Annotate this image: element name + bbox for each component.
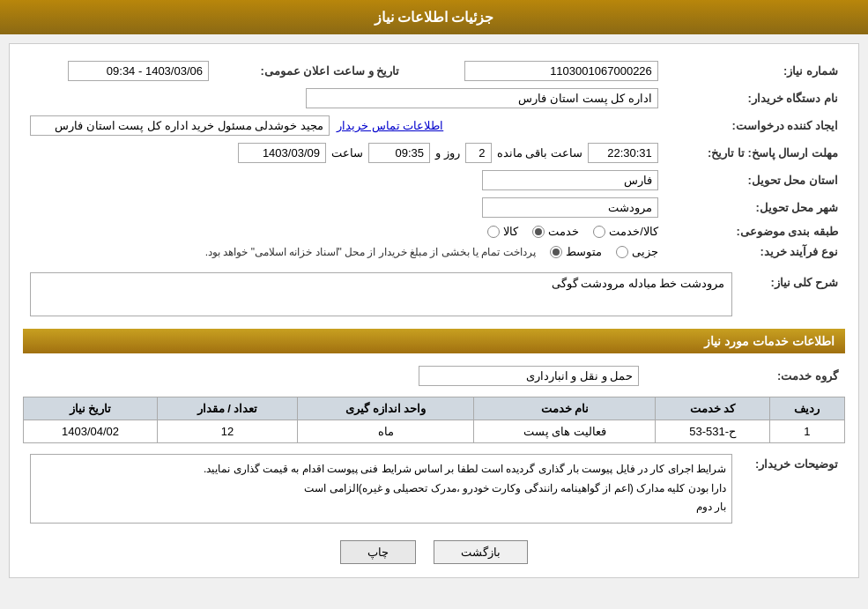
table-row: 1 ح-531-53 فعالیت های پست ماه 12 1403/04… — [24, 420, 845, 443]
response-day-value: 2 — [465, 143, 492, 163]
button-row: بازگشت چاپ — [23, 540, 845, 564]
announce-date-value: 1403/03/06 - 09:34 — [68, 61, 209, 81]
purchase-radio-jozi[interactable] — [616, 246, 628, 258]
purchase-type-motavaset-label: متوسط — [566, 245, 602, 258]
col-service-code: کد خدمت — [656, 397, 769, 420]
back-button[interactable]: بازگشت — [434, 540, 528, 564]
response-deadline-label: مهلت ارسال پاسخ: تا تاریخ: — [665, 139, 845, 167]
cell-service-name: فعالیت های پست — [474, 420, 656, 443]
services-table: ردیف کد خدمت نام خدمت واحد اندازه گیری ت… — [23, 397, 845, 443]
response-date-value: 1403/03/09 — [238, 143, 326, 163]
announce-date-label: تاریخ و ساعت اعلان عمومی: — [216, 57, 406, 85]
province-value: فارس — [482, 170, 658, 190]
col-unit: واحد اندازه گیری — [298, 397, 474, 420]
need-description-table: شرح کلی نیاز: مرودشت خط مبادله مرودشت گو… — [23, 269, 845, 320]
cell-quantity: 12 — [158, 420, 298, 443]
purchase-type-jozi-label: جزیی — [632, 245, 658, 258]
service-group-label: گروه خدمت: — [646, 362, 845, 390]
category-option-khedmat[interactable]: خدمت — [532, 225, 579, 238]
org-name-value: اداره کل پست استان فارس — [306, 88, 658, 108]
creator-label: ایجاد کننده درخواست: — [665, 112, 845, 139]
category-option-kala-khedmat[interactable]: کالا/خدمت — [593, 225, 658, 238]
need-number-label: شماره نیاز: — [665, 57, 845, 85]
creator-contact-link[interactable]: اطلاعات تماس خریدار — [337, 119, 443, 132]
category-label-kala: کالا — [503, 225, 518, 238]
basic-info-table: شماره نیاز: 1103001067000226 تاریخ و ساع… — [23, 57, 845, 262]
buyer-notes-label: توضیحات خریدار: — [739, 450, 845, 527]
page-header: جزئیات اطلاعات نیاز — [0, 0, 868, 34]
purchase-type-jozi[interactable]: جزیی — [616, 245, 658, 258]
province-label: استان محل تحویل: — [665, 167, 845, 194]
city-value: مرودشت — [482, 197, 658, 218]
cell-unit: ماه — [298, 420, 474, 443]
purchase-type-label: نوع فرآیند خرید: — [665, 241, 845, 262]
main-content: شماره نیاز: 1103001067000226 تاریخ و ساع… — [9, 43, 859, 578]
category-label-khedmat: خدمت — [548, 225, 579, 238]
service-group-value: حمل و نقل و انبارداری — [419, 366, 639, 386]
category-label-kala-khedmat: کالا/خدمت — [609, 225, 658, 238]
col-quantity: تعداد / مقدار — [158, 397, 298, 420]
col-service-name: نام خدمت — [474, 397, 656, 420]
org-name-label: نام دستگاه خریدار: — [665, 85, 845, 112]
services-section-title: اطلاعات خدمات مورد نیاز — [23, 329, 845, 353]
need-number-value: 1103001067000226 — [464, 61, 658, 81]
need-description-label: شرح کلی نیاز: — [739, 269, 845, 320]
category-option-kala[interactable]: کالا — [487, 225, 518, 238]
purchase-radio-motavaset[interactable] — [550, 246, 562, 258]
purchase-type-note: پرداخت تمام یا بخشی از مبلغ خریدار از مح… — [205, 246, 536, 258]
response-time-value: 09:35 — [368, 143, 430, 163]
page-title: جزئیات اطلاعات نیاز — [375, 10, 494, 25]
print-button[interactable]: چاپ — [340, 540, 416, 564]
category-label: طبقه بندی موضوعی: — [665, 221, 845, 241]
need-description-value: مرودشت خط مبادله مرودشت گوگی — [30, 272, 732, 316]
city-label: شهر محل تحویل: — [665, 194, 845, 221]
response-time-label: ساعت — [331, 146, 363, 160]
creator-value: مجید خوشدلی مسئول خرید اداره کل پست استا… — [30, 115, 330, 136]
service-group-table: گروه خدمت: حمل و نقل و انبارداری — [23, 362, 845, 390]
col-row: ردیف — [769, 397, 844, 420]
col-date: تاریخ نیاز — [24, 397, 158, 420]
purchase-type-motavaset[interactable]: متوسط — [550, 245, 602, 258]
response-day-label: روز و — [435, 146, 460, 160]
cell-date: 1403/04/02 — [24, 420, 158, 443]
remaining-time-label: ساعت باقی مانده — [497, 146, 582, 160]
category-radio-kala-khedmat[interactable] — [593, 226, 605, 238]
buyer-notes-table: توضیحات خریدار: شرایط اجرای کار در فایل … — [23, 450, 845, 527]
cell-row: 1 — [769, 420, 844, 443]
category-radio-khedmat[interactable] — [532, 226, 545, 238]
page-wrapper: جزئیات اطلاعات نیاز شماره نیاز: 11030010… — [0, 0, 868, 578]
remaining-time-value: 22:30:31 — [588, 143, 658, 163]
buyer-notes-value: شرایط اجرای کار در فایل پیوست بار گذاری … — [30, 454, 732, 524]
category-radio-kala[interactable] — [487, 226, 500, 238]
cell-service-code: ح-531-53 — [656, 420, 769, 443]
